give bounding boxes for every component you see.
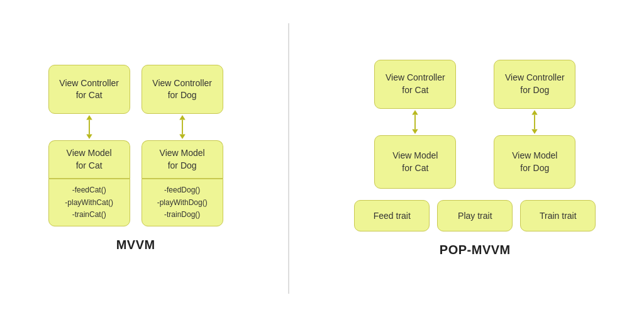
mvvm-cat-methods-text: -feedCat() -playWithCat() -trainCat()	[65, 184, 113, 221]
mvvm-diagram: View Controller for Cat View Model for C…	[48, 65, 223, 226]
pop-vm-dog: View Model for Dog	[494, 135, 575, 189]
pop-vm-dog-label: View Model for Dog	[512, 150, 557, 174]
mvvm-dog-methods-text: -feedDog() -playWithDog() -trainDog()	[157, 184, 208, 221]
pop-dog-column: View Controller for Dog View Model for D…	[494, 60, 575, 189]
mvvm-label: MVVM	[116, 238, 155, 252]
train-trait-label: Train trait	[540, 211, 577, 221]
mvvm-dog-methods: -feedDog() -playWithDog() -trainDog()	[142, 179, 223, 226]
play-trait-label: Play trait	[458, 211, 492, 221]
pop-diagram: View Controller for Cat View Model for C…	[354, 60, 596, 231]
mvc-controller-cat-label: View Controller for Cat	[59, 77, 119, 102]
mvvm-dog-arrow	[176, 114, 189, 140]
pop-controller-dog-label: View Controller for Dog	[505, 72, 565, 96]
mvvm-cat-methods: -feedCat() -playWithCat() -trainCat()	[48, 179, 130, 226]
pop-vm-cat: View Model for Cat	[374, 135, 456, 189]
play-trait: Play trait	[437, 200, 513, 231]
mvvm-cat-arrow	[83, 114, 96, 140]
mvvm-vm-dog-label: View Model for Dog	[160, 147, 205, 172]
mvvm-cat-column: View Controller for Cat View Model for C…	[48, 65, 130, 226]
pop-controller-cat: View Controller for Cat	[374, 60, 456, 109]
mvc-controller-dog: View Controller for Dog	[142, 65, 223, 114]
mvvm-dog-column: View Controller for Dog View Model for D…	[142, 65, 223, 226]
traits-row: Feed trait Play trait Train trait	[354, 200, 596, 231]
main-container: View Controller for Cat View Model for C…	[0, 0, 644, 317]
pop-dog-arrow	[528, 109, 541, 135]
mvc-controller-dog-label: View Controller for Dog	[152, 77, 212, 102]
pop-mvvm-section: View Controller for Cat View Model for C…	[354, 60, 596, 257]
pop-vm-cat-label: View Model for Cat	[392, 150, 438, 174]
train-trait: Train trait	[520, 200, 596, 231]
pop-mvvm-label: POP-MVVM	[440, 243, 511, 257]
mvvm-vm-cat-label: View Model for Cat	[67, 147, 112, 172]
pop-top-row: View Controller for Cat View Model for C…	[374, 60, 575, 189]
mvvm-vm-dog-top: View Model for Dog	[142, 140, 223, 178]
pop-controller-cat-label: View Controller for Cat	[386, 72, 445, 96]
mvvm-section: View Controller for Cat View Model for C…	[48, 65, 223, 252]
feed-trait-label: Feed trait	[374, 211, 411, 221]
feed-trait: Feed trait	[354, 200, 430, 231]
mvvm-vm-cat-top: View Model for Cat	[48, 140, 130, 178]
pop-controller-dog: View Controller for Dog	[494, 60, 575, 109]
mvc-controller-cat: View Controller for Cat	[48, 65, 130, 114]
pop-cat-arrow	[409, 109, 421, 135]
pop-cat-column: View Controller for Cat View Model for C…	[374, 60, 456, 189]
section-separator	[288, 23, 289, 294]
